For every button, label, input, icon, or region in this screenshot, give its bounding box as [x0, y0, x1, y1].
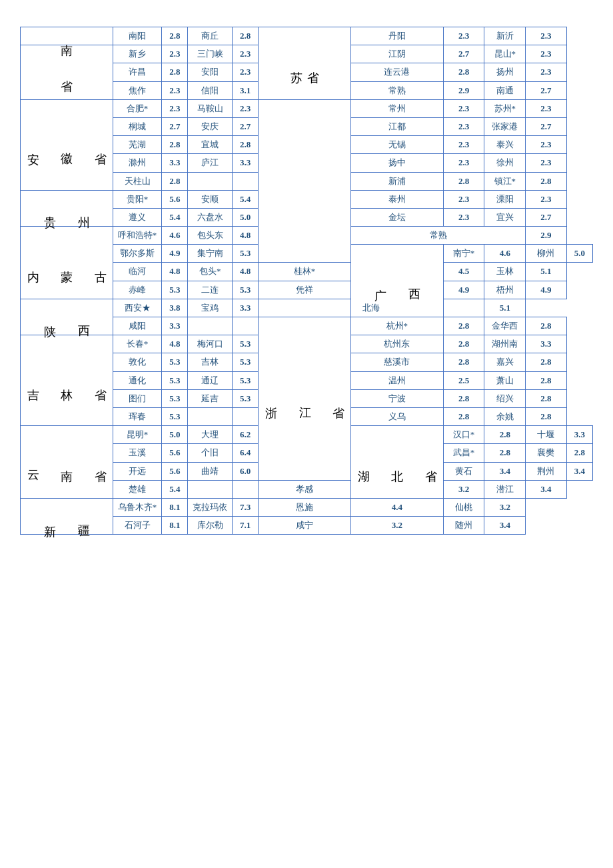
city-cell: 张家港 [484, 117, 526, 135]
price-cell: 5.3 [233, 335, 259, 353]
price-cell: 2.8 [443, 389, 484, 407]
city-cell: 玉林 [484, 263, 526, 281]
price-cell: 2.3 [443, 190, 484, 208]
price-cell: 5.3 [233, 389, 259, 407]
price-cell: 2.3 [233, 99, 259, 117]
price-cell: 4.5 [443, 263, 484, 281]
city-cell: 扬州 [484, 63, 526, 81]
city-cell: 六盘水 [188, 208, 233, 226]
city-cell: 玉溪 [113, 444, 162, 462]
price-cell: 2.8 [233, 136, 259, 154]
price-cell [233, 407, 259, 425]
price-cell: 4.6 [484, 245, 526, 263]
city-cell: 余姚 [484, 407, 526, 425]
city-cell: 温州 [350, 371, 443, 389]
city-cell: 仙桃 [443, 498, 484, 516]
city-cell: 宁波 [350, 389, 443, 407]
city-cell: 宝鸡 [188, 299, 233, 317]
city-cell: 镇江* [484, 172, 526, 190]
price-cell: 2.3 [443, 27, 484, 45]
city-cell: 十堰 [526, 426, 567, 444]
city-cell: 扬中 [350, 154, 443, 172]
city-cell: 许昌 [113, 63, 162, 81]
city-cell: 昆山* [484, 45, 526, 63]
city-cell: 随州 [443, 517, 484, 535]
city-cell: 南阳 [113, 27, 162, 45]
city-cell: 金坛 [350, 208, 443, 226]
province-label: 苏省 [259, 27, 351, 100]
city-cell: 连云港 [350, 63, 443, 81]
price-cell: 8.1 [162, 498, 188, 516]
price-cell: 2.3 [162, 81, 188, 99]
city-cell: 合肥* [113, 99, 162, 117]
city-cell: 武昌* [443, 444, 484, 462]
price-cell: 4.8 [162, 263, 188, 281]
city-cell: 北海 [259, 299, 484, 317]
price-cell: 2.3 [443, 136, 484, 154]
price-cell: 2.8 [443, 63, 484, 81]
price-cell: 2.8 [484, 426, 526, 444]
price-cell: 4.8 [233, 263, 259, 281]
price-cell: 3.3 [566, 426, 592, 444]
price-cell: 2.8 [162, 27, 188, 45]
price-cell: 2.8 [484, 444, 526, 462]
city-cell: 临河 [113, 263, 162, 281]
price-cell: 5.3 [162, 407, 188, 425]
price-cell: 5.6 [162, 190, 188, 208]
city-cell: 吉林 [188, 353, 233, 371]
price-cell: 3.1 [233, 81, 259, 99]
city-cell: 昆明* [113, 426, 162, 444]
province-label: 新疆 [21, 498, 113, 534]
price-cell: 5.3 [162, 371, 188, 389]
price-cell: 7.1 [233, 517, 259, 535]
table-row: 安徽省 合肥* 2.3 马鞍山 2.3 常州 2.3 苏州* 2.3 [21, 99, 593, 117]
price-cell: 2.3 [526, 63, 567, 81]
city-cell: 焦作 [113, 81, 162, 99]
price-cell: 4.9 [443, 281, 484, 299]
price-cell: 4.6 [162, 227, 188, 245]
city-cell: 西安★ [113, 299, 162, 317]
main-table-wrapper: 南 南阳 2.8 商丘 2.8 苏省 丹阳 2.3 新沂 2.3 省 新乡 2.… [20, 27, 593, 535]
price-cell: 5.3 [162, 353, 188, 371]
price-cell: 2.3 [443, 154, 484, 172]
price-cell: 2.7 [233, 117, 259, 135]
price-cell: 2.3 [162, 99, 188, 117]
price-cell: 3.4 [526, 480, 567, 498]
city-cell: 长春* [113, 335, 162, 353]
price-cell: 5.3 [233, 371, 259, 389]
price-cell: 2.8 [233, 27, 259, 45]
price-cell: 2.3 [526, 190, 567, 208]
price-cell: 2.7 [526, 81, 567, 99]
price-cell: 3.3 [233, 299, 259, 317]
city-cell: 萧山 [484, 371, 526, 389]
city-cell: 马鞍山 [188, 99, 233, 117]
city-cell: 江阴 [350, 45, 443, 63]
price-cell: 2.8 [566, 444, 592, 462]
province-label: 安徽省 [21, 99, 113, 190]
city-cell: 珲春 [113, 407, 162, 425]
price-cell: 4.8 [233, 227, 259, 245]
price-cell: 5.3 [162, 281, 188, 299]
city-cell: 库尔勒 [188, 517, 233, 535]
city-cell: 包头* [188, 263, 233, 281]
province-label: 湖北省 [350, 426, 443, 499]
city-cell: 梧州 [484, 281, 526, 299]
city-cell: 丹阳 [350, 27, 443, 45]
price-cell: 2.8 [162, 63, 188, 81]
city-cell: 桐城 [113, 117, 162, 135]
province-label: 云南省 [21, 426, 113, 499]
price-cell: 2.8 [526, 317, 567, 335]
city-cell: 开远 [113, 462, 162, 480]
city-cell: 集宁南 [188, 245, 233, 263]
price-cell: 5.1 [526, 263, 567, 281]
price-cell: 2.8 [526, 371, 567, 389]
city-cell: 遵义 [113, 208, 162, 226]
city-cell: 绍兴 [484, 389, 526, 407]
city-cell: 宜兴 [484, 208, 526, 226]
price-cell: 6.2 [233, 426, 259, 444]
price-cell: 5.4 [162, 480, 188, 498]
price-cell: 3.4 [566, 462, 592, 480]
city-cell: 通化 [113, 371, 162, 389]
price-cell: 5.3 [233, 353, 259, 371]
city-cell: 芜湖 [113, 136, 162, 154]
